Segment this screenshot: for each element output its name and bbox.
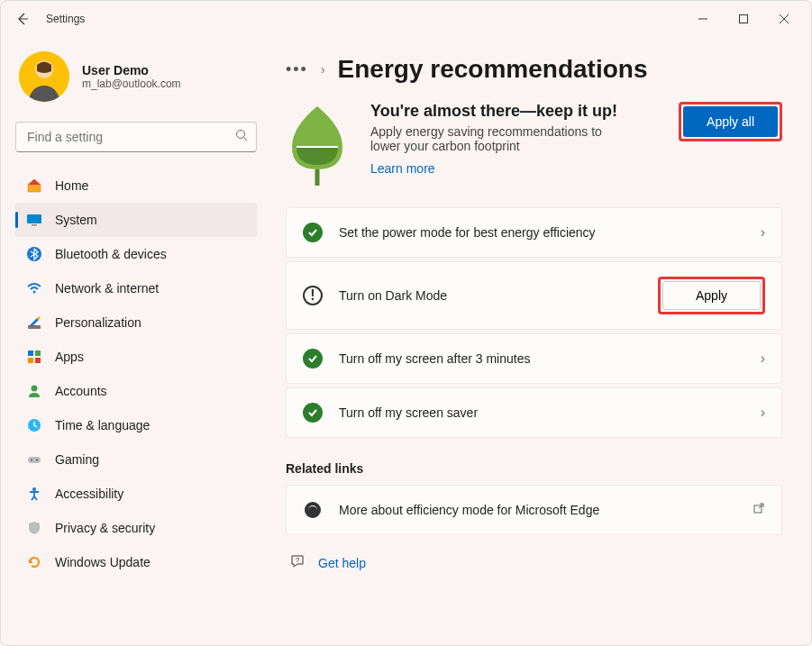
recommendation-card[interactable]: Turn off my screen after 3 minutes › (286, 333, 782, 384)
update-icon (26, 554, 42, 570)
sidebar-item-gaming[interactable]: Gaming (15, 442, 257, 477)
sidebar-item-label: Gaming (55, 452, 99, 467)
hero-title: You're almost there—keep it up! (370, 102, 657, 121)
minimize-button[interactable] (682, 5, 723, 33)
search-icon (235, 129, 248, 145)
sidebar-item-privacy[interactable]: Privacy & security (15, 511, 257, 545)
recommendation-card[interactable]: ! Turn on Dark Mode Apply (286, 261, 782, 330)
svg-text:?: ? (296, 556, 300, 564)
sidebar-item-label: Home (55, 178, 88, 193)
sidebar-item-label: System (55, 213, 97, 227)
check-icon (303, 223, 323, 242)
time-icon (26, 417, 42, 433)
hero-description: Apply energy saving recommendations to l… (370, 124, 605, 153)
sidebar-item-system[interactable]: System (15, 203, 257, 237)
get-help-link[interactable]: ? Get help (286, 539, 782, 587)
sidebar-item-label: Personalization (55, 315, 141, 330)
apply-button[interactable]: Apply (662, 281, 761, 310)
svg-point-11 (33, 291, 36, 294)
personalization-icon (26, 314, 42, 331)
svg-point-24 (305, 502, 321, 518)
chevron-right-icon: › (321, 62, 325, 77)
svg-line-7 (244, 138, 248, 141)
apply-all-button[interactable]: Apply all (683, 106, 778, 137)
get-help-label: Get help (318, 556, 366, 570)
sidebar-item-label: Time & language (55, 418, 150, 432)
sidebar: User Demo m_lab@outlook.com Home System … (1, 37, 271, 645)
accounts-icon (26, 383, 42, 399)
home-icon (26, 177, 42, 194)
svg-point-17 (32, 386, 38, 392)
sidebar-item-bluetooth[interactable]: Bluetooth & devices (15, 237, 257, 271)
apply-all-highlight: Apply all (679, 102, 782, 141)
profile-block[interactable]: User Demo m_lab@outlook.com (15, 44, 257, 116)
svg-rect-13 (28, 350, 33, 356)
apply-highlight: Apply (658, 277, 765, 314)
recommendation-card[interactable]: Set the power mode for best energy effic… (286, 207, 782, 258)
sidebar-item-label: Apps (55, 350, 84, 364)
sidebar-item-accounts[interactable]: Accounts (15, 374, 257, 408)
learn-more-link[interactable]: Learn more (370, 161, 435, 176)
card-label: Turn off my screen saver (339, 405, 744, 420)
sidebar-item-label: Accounts (55, 384, 107, 398)
external-link-icon (753, 502, 765, 518)
close-button[interactable] (763, 5, 804, 33)
sidebar-item-label: Network & internet (55, 281, 159, 296)
accessibility-icon (26, 486, 42, 502)
avatar (19, 51, 69, 102)
sidebar-item-label: Privacy & security (55, 521, 155, 535)
maximize-button[interactable] (723, 5, 763, 33)
sidebar-item-apps[interactable]: Apps (15, 340, 257, 374)
page-title: Energy recommendations (338, 55, 648, 84)
system-icon (26, 212, 42, 228)
window-title: Settings (46, 13, 85, 25)
privacy-icon (26, 520, 42, 536)
apps-icon (26, 349, 42, 365)
svg-rect-15 (28, 358, 33, 363)
related-link-card[interactable]: More about efficiency mode for Microsoft… (286, 485, 782, 535)
network-icon (26, 280, 42, 296)
svg-point-22 (32, 487, 36, 491)
help-icon: ? (289, 553, 306, 572)
card-label: Turn off my screen after 3 minutes (339, 351, 744, 366)
breadcrumb-ellipsis[interactable]: ••• (286, 60, 308, 79)
svg-rect-1 (739, 15, 747, 23)
sidebar-item-label: Windows Update (55, 555, 151, 569)
sidebar-item-personalization[interactable]: Personalization (15, 305, 257, 340)
profile-email: m_lab@outlook.com (82, 77, 181, 90)
gaming-icon (26, 451, 42, 468)
sidebar-item-update[interactable]: Windows Update (15, 545, 257, 579)
card-label: More about efficiency mode for Microsoft… (339, 503, 736, 517)
sidebar-item-label: Bluetooth & devices (55, 247, 167, 261)
main-content: ••• › Energy recommendations You're almo… (271, 37, 811, 645)
check-icon (303, 349, 323, 368)
card-label: Turn on Dark Mode (339, 288, 642, 303)
profile-name: User Demo (82, 63, 181, 77)
recommendation-card[interactable]: Turn off my screen saver › (286, 387, 782, 438)
search-input[interactable] (15, 122, 257, 152)
sidebar-item-home[interactable]: Home (15, 168, 257, 203)
bluetooth-icon (26, 246, 42, 262)
breadcrumb: ••• › Energy recommendations (286, 55, 782, 84)
chevron-right-icon: › (761, 350, 765, 367)
card-label: Set the power mode for best energy effic… (339, 225, 744, 240)
svg-rect-9 (32, 224, 37, 226)
svg-point-21 (36, 459, 38, 461)
sidebar-item-time[interactable]: Time & language (15, 408, 257, 442)
edge-icon (303, 500, 323, 520)
svg-rect-14 (35, 350, 41, 356)
sidebar-item-network[interactable]: Network & internet (15, 271, 257, 305)
svg-point-20 (31, 459, 32, 461)
svg-rect-16 (35, 358, 41, 363)
search-box (15, 122, 257, 152)
sidebar-item-accessibility[interactable]: Accessibility (15, 477, 257, 511)
back-button[interactable] (8, 5, 37, 33)
svg-point-6 (237, 131, 245, 139)
check-icon (303, 403, 323, 423)
chevron-right-icon: › (761, 224, 765, 241)
svg-rect-8 (27, 214, 41, 223)
alert-icon: ! (303, 286, 323, 305)
chevron-right-icon: › (761, 405, 765, 421)
svg-rect-19 (28, 457, 41, 463)
sidebar-item-label: Accessibility (55, 487, 123, 501)
